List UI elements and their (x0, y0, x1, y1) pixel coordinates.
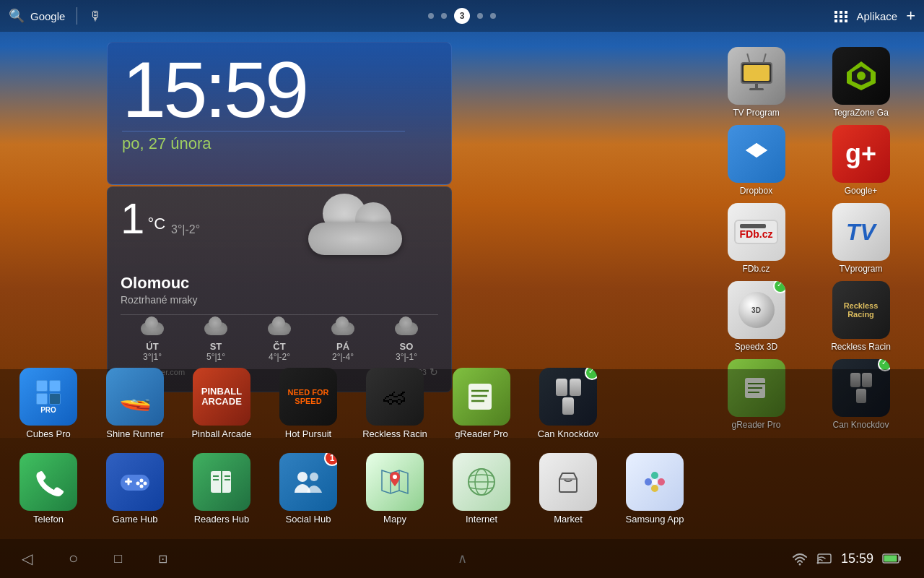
dropbox-icon (728, 125, 785, 183)
svg-rect-46 (884, 556, 897, 562)
speedx3d-icon: 3D (728, 281, 785, 339)
apps-grid-icon (834, 11, 847, 21)
svg-point-19 (140, 484, 144, 488)
page-dot-1[interactable] (428, 13, 434, 19)
app-readers-hub[interactable]: Readers Hub (179, 453, 264, 525)
tv-body (741, 62, 772, 84)
app-hot-pursuit[interactable]: NEED FORSPEED Hot Pursuit (266, 368, 351, 439)
app-reckless[interactable]: 🏎 Reckless Racin (352, 368, 437, 439)
svg-rect-35 (560, 478, 576, 480)
app-reckless2[interactable]: Reckless Racing Reckless Racin (812, 281, 910, 352)
add-icon[interactable]: + (906, 7, 915, 25)
weather-temp-area: 1°C3°|-2° (121, 197, 200, 241)
weather-top: 1°C3°|-2° (121, 197, 438, 269)
forecast-cloud-ct (268, 322, 291, 335)
dropbox-label: Dropbox (740, 186, 772, 196)
tegrazone-icon (832, 47, 890, 105)
svg-point-16 (140, 478, 144, 482)
app-speedx3d[interactable]: 3D Speedx 3D (707, 281, 805, 352)
forecast-temps-ct: 4°|-2° (248, 352, 311, 362)
reckless-icon: 🏎 (366, 368, 424, 426)
svg-point-36 (645, 478, 652, 486)
app-mapy[interactable]: Mapy (352, 453, 437, 525)
cast-icon (816, 551, 832, 566)
market-svg (552, 466, 584, 498)
weather-widget: 1°C3°|-2° Olomouc Roztrhané mraky ÚT 3°|… (107, 186, 452, 392)
car-emoji: 🏎 (383, 384, 406, 410)
speedx3d-label: Speedx 3D (735, 342, 777, 352)
app-game-hub[interactable]: Game Hub (92, 453, 178, 525)
svg-point-40 (652, 479, 658, 485)
forecast-day-pa: PÁ (311, 341, 375, 352)
weather-temperature: 1 (121, 194, 144, 243)
googleplus-label: Google+ (845, 186, 878, 196)
page-dot-2[interactable] (441, 13, 447, 19)
social-hub-badge: 1 (324, 453, 337, 466)
battery-svg (882, 552, 902, 565)
forecast-day-st: ST (184, 341, 248, 352)
svg-point-39 (651, 485, 658, 492)
forecast-temps-so: 3°|-1° (375, 352, 438, 362)
tiviko-inner (741, 62, 772, 90)
cubes-pro-icon: PRO (19, 368, 77, 426)
app-social-hub[interactable]: 1 Social Hub (266, 453, 351, 525)
can-knockdown-icon (539, 368, 597, 426)
clock-widget: 15:59 po, 27 února (107, 42, 452, 185)
social-hub-icon: 1 (279, 453, 337, 511)
screenshot-button[interactable]: ⊡ (158, 552, 167, 566)
tvprogram2-icon: TV (832, 203, 890, 261)
search-icon: 🔍 (9, 8, 25, 24)
app-google-plus[interactable]: g+ Google+ (812, 125, 910, 196)
page-dot-5[interactable] (490, 13, 496, 19)
forecast-ct: ČT 4°|-2° (248, 322, 311, 362)
app-tegrazone[interactable]: TegraZone Ga (812, 47, 910, 118)
market-icon (539, 453, 597, 511)
forecast-temps-st: 5°|1° (184, 352, 248, 362)
app-telefon[interactable]: Telefon (6, 453, 91, 525)
clock-time: 15:59 (122, 50, 437, 129)
forecast-ut: ÚT 3°|1° (121, 322, 184, 362)
telefon-label: Telefon (33, 514, 64, 525)
page-dot-3-active[interactable]: 3 (454, 8, 470, 24)
page-dot-4[interactable] (477, 13, 483, 19)
pro-badge: PRO (40, 406, 56, 414)
fdb-icon: FDb.cz (728, 203, 785, 261)
dropbox-svg (738, 136, 775, 172)
forecast-temps-pa: 2°|-4° (311, 352, 375, 362)
dock-row-1: PRO Cubes Pro 🚤 Shine Runner PINBALLARCA… (0, 369, 924, 438)
app-dropbox[interactable]: Dropbox (707, 125, 805, 196)
can-knockdown-wrapper (539, 368, 597, 428)
app-can-knockdown[interactable]: Can Knockdov (526, 368, 611, 439)
app-tvprogram2[interactable]: TV TVprogram (812, 203, 910, 274)
tv-screen (744, 65, 770, 81)
weather-forecast: ÚT 3°|1° ST 5°|1° ČT 4°|-2° PÁ 2°|-4° SO… (121, 314, 438, 362)
svg-point-27 (310, 473, 318, 481)
wifi-icon (792, 551, 808, 566)
forecast-cloud-so (395, 322, 418, 335)
reckless2-icon: Reckless Racing (832, 281, 890, 339)
app-cubes-pro[interactable]: PRO Cubes Pro (6, 368, 91, 439)
can-knockdown-badge (585, 368, 597, 380)
app-market[interactable]: Market (526, 453, 611, 525)
home-button[interactable]: ○ (69, 549, 78, 568)
back-button[interactable]: ◁ (22, 550, 32, 567)
people-svg (292, 465, 325, 499)
cube-top-row (36, 380, 61, 392)
tv-text: TV (846, 219, 876, 246)
app-samsung[interactable]: Samsung App (612, 453, 697, 525)
app-shine-runner[interactable]: 🚤 Shine Runner (92, 368, 178, 439)
app-internet[interactable]: Internet (439, 453, 524, 525)
recents-button[interactable]: □ (114, 551, 122, 566)
aplikace-label[interactable]: Aplikace (856, 10, 897, 22)
app-fdb[interactable]: FDb.cz FDb.cz (707, 203, 805, 274)
mapy-label: Mapy (383, 514, 406, 525)
app-greader[interactable]: gReader Pro (439, 368, 524, 439)
app-tv-program[interactable]: TV Program (707, 47, 805, 118)
forecast-day-so: SO (375, 341, 438, 352)
app-pinball[interactable]: PINBALLARCADE Pinball Arcade (179, 368, 264, 439)
svg-rect-23 (213, 479, 219, 480)
mic-icon[interactable]: 🎙 (89, 9, 102, 24)
search-area[interactable]: 🔍 Google 🎙 (9, 7, 102, 25)
nav-right-area: 15:59 (792, 551, 902, 566)
forecast-cloud-pa (331, 322, 354, 335)
